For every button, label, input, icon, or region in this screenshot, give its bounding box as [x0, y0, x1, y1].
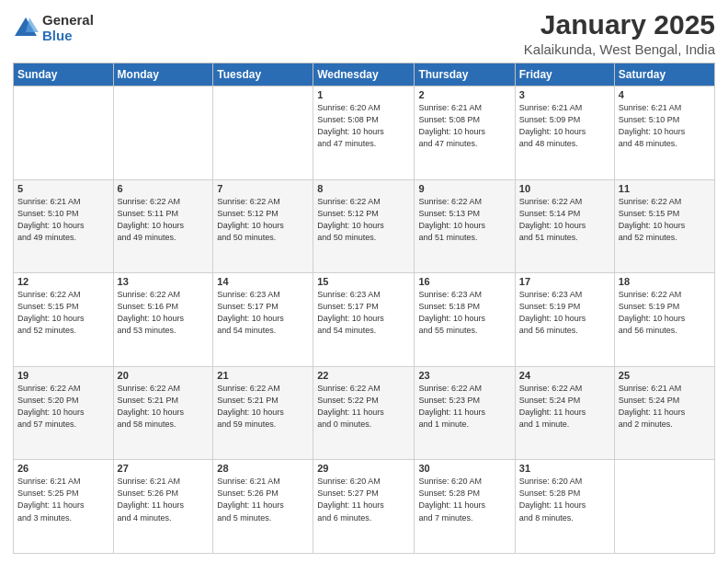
day-info: Sunrise: 6:21 AM Sunset: 5:09 PM Dayligh…	[519, 102, 610, 150]
day-number: 7	[217, 183, 309, 194]
main-title: January 2025	[524, 9, 715, 40]
calendar-cell: 31Sunrise: 6:20 AM Sunset: 5:28 PM Dayli…	[515, 460, 614, 554]
calendar-cell: 2Sunrise: 6:21 AM Sunset: 5:08 PM Daylig…	[415, 86, 515, 180]
calendar-cell: 13Sunrise: 6:22 AM Sunset: 5:16 PM Dayli…	[113, 273, 213, 367]
logo-icon	[13, 16, 39, 41]
calendar-cell: 18Sunrise: 6:22 AM Sunset: 5:19 PM Dayli…	[614, 273, 714, 367]
day-number: 15	[317, 276, 410, 287]
weekday-header-row: SundayMondayTuesdayWednesdayThursdayFrid…	[14, 63, 715, 86]
day-number: 29	[317, 463, 410, 474]
calendar-cell: 24Sunrise: 6:22 AM Sunset: 5:24 PM Dayli…	[515, 366, 614, 460]
weekday-header: Tuesday	[213, 63, 313, 86]
calendar-cell: 19Sunrise: 6:22 AM Sunset: 5:20 PM Dayli…	[14, 366, 114, 460]
calendar-cell: 4Sunrise: 6:21 AM Sunset: 5:10 PM Daylig…	[614, 86, 714, 180]
calendar-cell: 9Sunrise: 6:22 AM Sunset: 5:13 PM Daylig…	[415, 179, 515, 273]
day-info: Sunrise: 6:22 AM Sunset: 5:24 PM Dayligh…	[519, 383, 610, 431]
calendar-cell: 1Sunrise: 6:20 AM Sunset: 5:08 PM Daylig…	[313, 86, 415, 180]
calendar-week-row: 19Sunrise: 6:22 AM Sunset: 5:20 PM Dayli…	[14, 366, 715, 460]
calendar-cell: 14Sunrise: 6:23 AM Sunset: 5:17 PM Dayli…	[213, 273, 313, 367]
day-number: 21	[217, 370, 309, 381]
calendar-cell: 27Sunrise: 6:21 AM Sunset: 5:26 PM Dayli…	[113, 460, 213, 554]
calendar-cell	[113, 86, 213, 180]
day-info: Sunrise: 6:21 AM Sunset: 5:25 PM Dayligh…	[17, 476, 109, 523]
day-number: 23	[418, 370, 510, 381]
day-number: 6	[118, 183, 210, 194]
calendar-cell: 11Sunrise: 6:22 AM Sunset: 5:15 PM Dayli…	[614, 179, 714, 273]
day-info: Sunrise: 6:22 AM Sunset: 5:13 PM Dayligh…	[418, 196, 510, 244]
calendar-week-row: 12Sunrise: 6:22 AM Sunset: 5:15 PM Dayli…	[14, 273, 715, 367]
day-info: Sunrise: 6:23 AM Sunset: 5:17 PM Dayligh…	[217, 289, 309, 337]
svg-marker-1	[26, 17, 39, 32]
day-info: Sunrise: 6:20 AM Sunset: 5:28 PM Dayligh…	[418, 476, 510, 523]
calendar-cell	[614, 460, 714, 554]
day-number: 5	[17, 183, 109, 194]
calendar-table: SundayMondayTuesdayWednesdayThursdayFrid…	[13, 63, 715, 554]
calendar-cell: 30Sunrise: 6:20 AM Sunset: 5:28 PM Dayli…	[415, 460, 515, 554]
calendar-cell: 3Sunrise: 6:21 AM Sunset: 5:09 PM Daylig…	[515, 86, 614, 180]
day-info: Sunrise: 6:21 AM Sunset: 5:08 PM Dayligh…	[418, 102, 510, 150]
calendar-cell: 29Sunrise: 6:20 AM Sunset: 5:27 PM Dayli…	[313, 460, 415, 554]
day-info: Sunrise: 6:21 AM Sunset: 5:26 PM Dayligh…	[118, 476, 210, 523]
calendar-week-row: 5Sunrise: 6:21 AM Sunset: 5:10 PM Daylig…	[14, 179, 715, 273]
day-info: Sunrise: 6:22 AM Sunset: 5:20 PM Dayligh…	[17, 383, 109, 431]
calendar-cell: 8Sunrise: 6:22 AM Sunset: 5:12 PM Daylig…	[313, 179, 415, 273]
day-info: Sunrise: 6:22 AM Sunset: 5:21 PM Dayligh…	[217, 383, 309, 431]
day-number: 20	[118, 370, 210, 381]
day-number: 12	[17, 276, 109, 287]
weekday-header: Saturday	[614, 63, 714, 86]
day-info: Sunrise: 6:21 AM Sunset: 5:10 PM Dayligh…	[17, 196, 109, 244]
calendar-cell: 22Sunrise: 6:22 AM Sunset: 5:22 PM Dayli…	[313, 366, 415, 460]
logo-text: General Blue	[42, 13, 94, 43]
calendar-cell: 20Sunrise: 6:22 AM Sunset: 5:21 PM Dayli…	[113, 366, 213, 460]
weekday-header: Wednesday	[313, 63, 415, 86]
day-info: Sunrise: 6:22 AM Sunset: 5:12 PM Dayligh…	[217, 196, 309, 244]
calendar-week-row: 26Sunrise: 6:21 AM Sunset: 5:25 PM Dayli…	[14, 460, 715, 554]
day-info: Sunrise: 6:23 AM Sunset: 5:17 PM Dayligh…	[317, 289, 410, 337]
calendar-cell: 26Sunrise: 6:21 AM Sunset: 5:25 PM Dayli…	[14, 460, 114, 554]
calendar-cell: 10Sunrise: 6:22 AM Sunset: 5:14 PM Dayli…	[515, 179, 614, 273]
day-info: Sunrise: 6:22 AM Sunset: 5:11 PM Dayligh…	[118, 196, 210, 244]
calendar-cell: 28Sunrise: 6:21 AM Sunset: 5:26 PM Dayli…	[213, 460, 313, 554]
calendar-cell: 12Sunrise: 6:22 AM Sunset: 5:15 PM Dayli…	[14, 273, 114, 367]
day-number: 16	[418, 276, 510, 287]
day-info: Sunrise: 6:22 AM Sunset: 5:12 PM Dayligh…	[317, 196, 410, 244]
day-info: Sunrise: 6:21 AM Sunset: 5:26 PM Dayligh…	[217, 476, 309, 523]
day-info: Sunrise: 6:22 AM Sunset: 5:22 PM Dayligh…	[317, 383, 410, 431]
day-number: 13	[118, 276, 210, 287]
day-number: 26	[17, 463, 109, 474]
day-info: Sunrise: 6:22 AM Sunset: 5:14 PM Dayligh…	[519, 196, 610, 244]
day-number: 8	[317, 183, 410, 194]
header: General Blue January 2025 Kalaikunda, We…	[13, 9, 715, 57]
calendar-cell: 25Sunrise: 6:21 AM Sunset: 5:24 PM Dayli…	[614, 366, 714, 460]
logo-general: General	[42, 13, 94, 29]
day-number: 10	[519, 183, 610, 194]
weekday-header: Friday	[515, 63, 614, 86]
day-number: 25	[619, 370, 711, 381]
calendar-cell: 21Sunrise: 6:22 AM Sunset: 5:21 PM Dayli…	[213, 366, 313, 460]
calendar-cell	[14, 86, 114, 180]
calendar-cell: 15Sunrise: 6:23 AM Sunset: 5:17 PM Dayli…	[313, 273, 415, 367]
day-number: 9	[418, 183, 510, 194]
day-number: 4	[619, 89, 711, 100]
day-number: 19	[17, 370, 109, 381]
day-info: Sunrise: 6:22 AM Sunset: 5:15 PM Dayligh…	[619, 196, 711, 244]
day-info: Sunrise: 6:22 AM Sunset: 5:21 PM Dayligh…	[118, 383, 210, 431]
day-info: Sunrise: 6:20 AM Sunset: 5:28 PM Dayligh…	[519, 476, 610, 523]
subtitle: Kalaikunda, West Bengal, India	[524, 41, 715, 57]
calendar-cell: 6Sunrise: 6:22 AM Sunset: 5:11 PM Daylig…	[113, 179, 213, 273]
day-number: 30	[418, 463, 510, 474]
calendar-cell: 5Sunrise: 6:21 AM Sunset: 5:10 PM Daylig…	[14, 179, 114, 273]
day-info: Sunrise: 6:22 AM Sunset: 5:15 PM Dayligh…	[17, 289, 109, 337]
day-info: Sunrise: 6:20 AM Sunset: 5:08 PM Dayligh…	[317, 102, 410, 150]
calendar-cell: 16Sunrise: 6:23 AM Sunset: 5:18 PM Dayli…	[415, 273, 515, 367]
day-info: Sunrise: 6:22 AM Sunset: 5:19 PM Dayligh…	[619, 289, 711, 337]
day-info: Sunrise: 6:21 AM Sunset: 5:24 PM Dayligh…	[619, 383, 711, 431]
day-info: Sunrise: 6:23 AM Sunset: 5:19 PM Dayligh…	[519, 289, 610, 337]
day-number: 27	[118, 463, 210, 474]
weekday-header: Monday	[113, 63, 213, 86]
day-number: 17	[519, 276, 610, 287]
day-info: Sunrise: 6:20 AM Sunset: 5:27 PM Dayligh…	[317, 476, 410, 523]
page: General Blue January 2025 Kalaikunda, We…	[0, 0, 728, 563]
day-number: 24	[519, 370, 610, 381]
day-info: Sunrise: 6:22 AM Sunset: 5:16 PM Dayligh…	[118, 289, 210, 337]
